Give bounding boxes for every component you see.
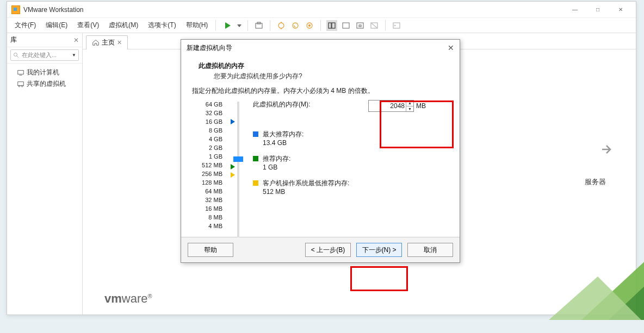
titlebar: VMware Workstation — □ ✕: [7, 2, 636, 18]
search-placeholder: 在此处键入...: [22, 51, 70, 59]
menu-vm[interactable]: 虚拟机(M): [104, 18, 143, 32]
scale-tick: 16 GB: [191, 117, 222, 126]
svg-rect-8: [329, 23, 331, 28]
svg-point-5: [293, 23, 298, 28]
guest-min-value: 512 MB: [263, 188, 349, 196]
scale-tick: 8 MB: [191, 213, 222, 222]
maximize-button[interactable]: □: [587, 2, 609, 17]
screenshot-icon[interactable]: [253, 20, 264, 31]
separator: [270, 20, 270, 31]
tree-item-shared-vms[interactable]: 共享的虚拟机: [9, 78, 80, 90]
separator: [215, 20, 216, 31]
arrow-right-icon: [599, 142, 614, 157]
close-button[interactable]: ✕: [610, 2, 631, 17]
menubar: 文件(F) 编辑(E) 查看(V) 虚拟机(M) 选项卡(T) 帮助(H): [7, 18, 636, 33]
separator: [385, 20, 386, 31]
search-icon: [13, 52, 20, 59]
max-rec-block: 最大推荐内存: 13.4 GB: [263, 130, 304, 147]
scale-tick: 8 GB: [191, 126, 222, 135]
scale-tick: 32 GB: [191, 109, 222, 117]
help-button[interactable]: 帮助: [188, 243, 233, 257]
dialog-question: 您要为此虚拟机使用多少内存?: [214, 72, 450, 81]
snapshot-icon[interactable]: [276, 20, 287, 31]
slider-thumb[interactable]: [233, 156, 243, 162]
menu-view[interactable]: 查看(V): [73, 18, 103, 32]
fullscreen-icon[interactable]: [355, 20, 366, 31]
scale-tick: 512 MB: [191, 161, 222, 169]
sidebar-close-icon[interactable]: ✕: [73, 36, 79, 44]
scale-tick: 64 MB: [191, 187, 222, 196]
thumbnail-view-icon[interactable]: [326, 20, 337, 31]
menu-help[interactable]: 帮助(H): [182, 18, 213, 32]
spinner-buttons: ▲ ▼: [406, 100, 413, 111]
svg-line-15: [17, 55, 18, 57]
svg-rect-9: [332, 23, 335, 28]
search-input[interactable]: 在此处键入... ▼: [10, 49, 79, 61]
svg-point-14: [14, 53, 17, 56]
app-title: VMware Workstation: [23, 6, 83, 14]
cancel-button[interactable]: 取消: [407, 243, 453, 257]
revert-icon[interactable]: [290, 20, 301, 31]
sidebar-search: 在此处键入... ▼: [7, 47, 82, 64]
dialog-heading: 此虚拟机的内存: [199, 61, 450, 71]
svg-rect-10: [343, 23, 349, 28]
svg-point-7: [309, 24, 311, 26]
rec-block: 推荐内存: 1 GB: [263, 154, 290, 171]
spin-up-icon[interactable]: ▲: [406, 100, 413, 106]
window-controls: — □ ✕: [564, 2, 631, 17]
minimize-button[interactable]: —: [564, 2, 586, 17]
dropdown-icon[interactable]: [237, 20, 242, 31]
play-icon[interactable]: [222, 20, 233, 31]
dialog-body: 此虚拟机的内存 您要为此虚拟机使用多少内存? 指定分配给此虚拟机的内存量。内存大…: [181, 56, 460, 237]
green-square-icon: [253, 156, 258, 161]
sidebar-tree: 我的计算机 共享的虚拟机: [7, 64, 82, 93]
rec-marker-icon: [231, 164, 235, 169]
svg-rect-16: [18, 70, 24, 74]
guest-min-block: 客户机操作系统最低推荐内存: 512 MB: [263, 179, 349, 196]
sidebar: 库 ✕ 在此处键入... ▼ 我的计算机 共享的虚拟机: [7, 33, 83, 315]
menu-tabs[interactable]: 选项卡(T): [144, 18, 180, 32]
memory-value: 2048: [390, 102, 405, 110]
memory-scale: 64 GB 32 GB 16 GB 8 GB 4 GB 2 GB 1 GB 51…: [191, 100, 222, 230]
svg-rect-13: [393, 23, 400, 28]
min-marker-icon: [231, 172, 235, 178]
new-vm-wizard-dialog: 新建虚拟机向导 ✕ 此虚拟机的内存 您要为此虚拟机使用多少内存? 指定分配给此虚…: [181, 39, 460, 263]
next-button[interactable]: 下一步(N) >: [356, 243, 402, 257]
memory-unit: MB: [416, 102, 426, 110]
menu-file[interactable]: 文件(F): [10, 18, 40, 32]
vmware-logo: vmware®: [104, 292, 152, 306]
svg-rect-18: [18, 81, 24, 85]
spin-down-icon[interactable]: ▼: [406, 106, 413, 112]
guest-min-label: 客户机操作系统最低推荐内存:: [263, 179, 349, 188]
separator: [320, 20, 321, 31]
svg-rect-11: [357, 23, 363, 28]
tree-item-my-computer[interactable]: 我的计算机: [9, 67, 80, 78]
home-icon: [92, 39, 100, 46]
yellow-square-icon: [253, 180, 258, 186]
manage-icon[interactable]: [304, 20, 315, 31]
tab-close-icon[interactable]: ✕: [117, 39, 122, 46]
rec-value: 1 GB: [263, 164, 290, 171]
computer-icon: [17, 69, 24, 77]
app-icon: [11, 5, 20, 14]
server-label: 服务器: [585, 177, 606, 187]
svg-marker-1: [237, 24, 242, 27]
svg-marker-21: [581, 249, 644, 320]
back-button[interactable]: < 上一步(B): [305, 243, 351, 257]
console-icon[interactable]: [391, 20, 402, 31]
blue-square-icon: [253, 131, 258, 137]
svg-marker-23: [549, 277, 641, 320]
scale-tick: 64 GB: [191, 100, 222, 109]
tree-label: 我的计算机: [27, 68, 59, 77]
unity-icon[interactable]: [369, 20, 380, 31]
max-rec-label: 最大推荐内存:: [263, 130, 304, 139]
single-view-icon[interactable]: [340, 20, 351, 31]
memory-spinner[interactable]: 2048 ▲ ▼: [368, 100, 414, 112]
tab-home[interactable]: 主页 ✕: [86, 35, 128, 49]
dialog-titlebar: 新建虚拟机向导 ✕: [181, 40, 460, 56]
menu-edit[interactable]: 编辑(E): [41, 18, 72, 32]
memory-slider[interactable]: [232, 100, 243, 230]
search-dropdown-icon[interactable]: ▼: [72, 53, 76, 58]
toolbar: [222, 20, 402, 31]
dialog-close-icon[interactable]: ✕: [448, 43, 454, 52]
